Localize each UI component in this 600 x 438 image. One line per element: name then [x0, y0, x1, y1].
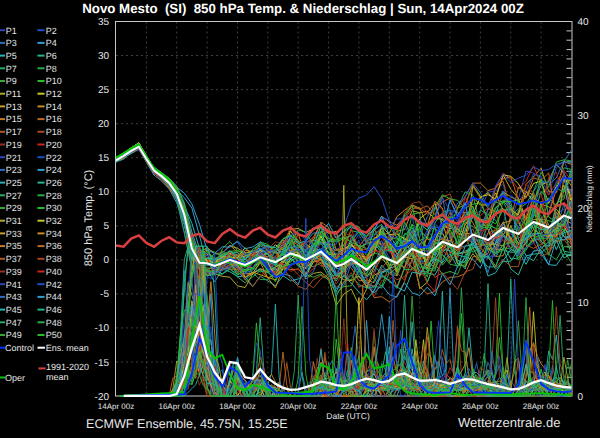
svg-text:P34: P34	[46, 229, 62, 239]
svg-text:P27: P27	[6, 191, 22, 201]
svg-text:-10: -10	[95, 323, 110, 334]
svg-text:P44: P44	[46, 292, 62, 302]
svg-text:P17: P17	[6, 127, 22, 137]
svg-text:P29: P29	[6, 203, 22, 213]
svg-text:P28: P28	[46, 191, 62, 201]
svg-text:P2: P2	[46, 26, 57, 36]
svg-text:P40: P40	[46, 267, 62, 277]
svg-text:Oper: Oper	[5, 373, 25, 383]
svg-text:850 hPa Temp. (°C): 850 hPa Temp. (°C)	[83, 170, 95, 267]
svg-text:30: 30	[578, 111, 590, 122]
svg-text:P49: P49	[6, 330, 22, 340]
svg-text:P22: P22	[46, 153, 62, 163]
svg-text:26Apr 00z: 26Apr 00z	[462, 402, 498, 411]
svg-text:P8: P8	[46, 64, 57, 74]
svg-text:P33: P33	[6, 229, 22, 239]
svg-text:35: 35	[98, 17, 110, 28]
svg-text:P30: P30	[46, 203, 62, 213]
svg-text:P20: P20	[46, 140, 62, 150]
svg-text:P36: P36	[46, 241, 62, 251]
svg-text:P4: P4	[46, 38, 57, 48]
svg-text:5: 5	[103, 221, 109, 232]
svg-text:28Apr 00z: 28Apr 00z	[523, 402, 559, 411]
svg-text:P31: P31	[6, 216, 22, 226]
svg-text:P26: P26	[46, 178, 62, 188]
svg-text:10: 10	[578, 298, 590, 309]
svg-text:40: 40	[578, 17, 590, 28]
svg-text:Control: Control	[5, 343, 34, 353]
svg-text:30: 30	[98, 51, 110, 62]
svg-text:0: 0	[103, 255, 109, 266]
svg-text:P6: P6	[46, 51, 57, 61]
svg-text:P5: P5	[6, 51, 17, 61]
svg-text:P42: P42	[46, 280, 62, 290]
svg-text:P37: P37	[6, 254, 22, 264]
svg-text:P23: P23	[6, 165, 22, 175]
svg-text:P7: P7	[6, 64, 17, 74]
svg-text:P32: P32	[46, 216, 62, 226]
svg-text:P15: P15	[6, 114, 22, 124]
svg-text:P47: P47	[6, 318, 22, 328]
svg-text:P46: P46	[46, 305, 62, 315]
svg-text:P14: P14	[46, 102, 62, 112]
svg-text:P1: P1	[6, 26, 17, 36]
svg-text:P48: P48	[46, 318, 62, 328]
svg-text:20: 20	[98, 119, 110, 130]
svg-text:P11: P11	[6, 89, 21, 99]
svg-text:25: 25	[98, 85, 110, 96]
svg-text:Date (UTC): Date (UTC)	[326, 411, 370, 421]
svg-text:20Apr 00z: 20Apr 00z	[280, 402, 316, 411]
svg-text:P45: P45	[6, 305, 22, 315]
svg-text:P13: P13	[6, 102, 22, 112]
svg-text:-15: -15	[95, 358, 110, 369]
svg-text:-5: -5	[100, 289, 109, 300]
svg-text:Novo Mesto (SI) 850 hPa Temp: Novo Mesto (SI) 850 hPa Temp. & Niedersc…	[82, 1, 524, 16]
svg-text:10: 10	[98, 187, 110, 198]
svg-text:16Apr 00z: 16Apr 00z	[158, 402, 194, 411]
svg-text:P21: P21	[6, 153, 22, 163]
svg-text:P35: P35	[6, 241, 22, 251]
svg-text:P39: P39	[6, 267, 22, 277]
svg-text:P24: P24	[46, 165, 62, 175]
svg-text:P12: P12	[46, 89, 62, 99]
svg-text:Niederschlag (mm): Niederschlag (mm)	[585, 165, 594, 233]
svg-text:P16: P16	[46, 114, 62, 124]
svg-text:0: 0	[578, 392, 584, 403]
svg-text:P9: P9	[6, 76, 17, 86]
svg-text:P19: P19	[6, 140, 22, 150]
svg-text:P25: P25	[6, 178, 22, 188]
svg-text:P10: P10	[46, 76, 62, 86]
svg-text:14Apr 00z: 14Apr 00z	[98, 402, 134, 411]
svg-text:mean: mean	[46, 372, 69, 382]
svg-text:18Apr 00z: 18Apr 00z	[219, 402, 255, 411]
svg-text:22Apr 00z: 22Apr 00z	[341, 402, 377, 411]
svg-text:P18: P18	[46, 127, 62, 137]
svg-text:ECMWF Ensemble, 45.75N, 15.25E: ECMWF Ensemble, 45.75N, 15.25E	[86, 417, 288, 431]
svg-text:P41: P41	[6, 280, 22, 290]
svg-text:P43: P43	[6, 292, 22, 302]
svg-text:P3: P3	[6, 38, 17, 48]
svg-text:24Apr 00z: 24Apr 00z	[401, 402, 437, 411]
svg-text:Ens. mean: Ens. mean	[46, 343, 89, 353]
svg-text:Wetterzentrale.de: Wetterzentrale.de	[458, 415, 560, 430]
svg-text:15: 15	[98, 153, 110, 164]
svg-text:P38: P38	[46, 254, 62, 264]
svg-text:P50: P50	[46, 330, 62, 340]
svg-text:1991-2020: 1991-2020	[46, 362, 89, 372]
